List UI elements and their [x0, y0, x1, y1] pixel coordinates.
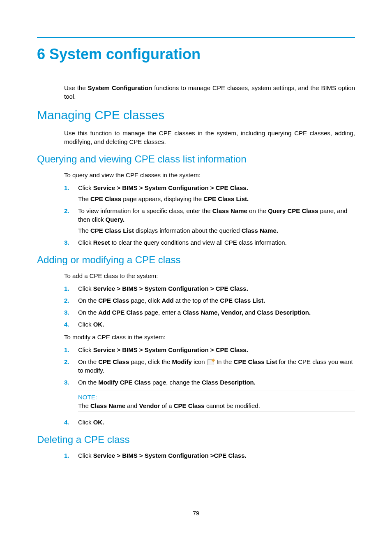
- list-item: 2. On the CPE Class page, click the Modi…: [64, 357, 355, 375]
- text: displays information about the queried: [134, 227, 242, 234]
- step-number: 1.: [64, 284, 78, 293]
- step-body: To view information for a specific class…: [78, 206, 355, 235]
- modify-icon: [208, 359, 214, 365]
- bold-text: Vendor: [139, 402, 160, 409]
- text: Click: [78, 419, 93, 426]
- bold-text: Service > BIMS > System Configuration > …: [93, 285, 248, 292]
- text: and: [125, 402, 139, 409]
- s3-lead1: To add a CPE class to the system:: [64, 271, 355, 280]
- text: icon: [192, 358, 207, 365]
- text: In the: [215, 358, 234, 365]
- list-item: 4. Click OK.: [64, 418, 355, 426]
- bold-text: Class Description.: [202, 379, 256, 386]
- list-item: 3. On the Add CPE Class page, enter a Cl…: [64, 308, 355, 317]
- list-item: 2. On the CPE Class page, click Add at t…: [64, 296, 355, 305]
- step-number: 3.: [64, 378, 78, 387]
- step-body: Click OK.: [78, 320, 355, 329]
- bold-text: Modify CPE Class: [98, 379, 151, 386]
- text: On the: [78, 297, 98, 304]
- step-number: 1.: [64, 345, 78, 354]
- step-number: 1.: [64, 451, 78, 460]
- intro-block: Use the System Configuration functions t…: [64, 83, 355, 101]
- bold-text: Class Name: [212, 207, 247, 214]
- step-number: 2.: [64, 206, 78, 215]
- step-body: Click OK.: [78, 418, 355, 426]
- s3-body: To add a CPE class to the system: 1. Cli…: [64, 271, 355, 426]
- s4-body: 1. Click Service > BIMS > System Configu…: [64, 451, 355, 460]
- s2-body: To query and view the CPE classes in the…: [64, 171, 355, 247]
- text: page, change the: [151, 379, 202, 386]
- subsection-querying: Querying and viewing CPE class list info…: [37, 153, 355, 165]
- list-item: 2. To view information for a specific cl…: [64, 206, 355, 235]
- note-text: The Class Name and Vendor of a CPE Class…: [78, 402, 355, 409]
- section-managing-cpe: Managing CPE classes: [37, 108, 355, 122]
- bold-text: Add CPE Class: [98, 309, 143, 316]
- bold-text: OK.: [93, 419, 104, 426]
- text: Click: [78, 321, 93, 328]
- bold-text: CPE Class List: [234, 358, 277, 365]
- text: of a: [160, 402, 173, 409]
- document-page: 6 System configuration Use the System Co…: [0, 0, 392, 533]
- bold-text: Service > BIMS > System Configuration > …: [93, 184, 248, 191]
- page-number: 79: [0, 510, 392, 517]
- step-body: Click Service > BIMS > System Configurat…: [78, 345, 355, 354]
- step-number: 3.: [64, 308, 78, 317]
- step-body: On the Add CPE Class page, enter a Class…: [78, 308, 355, 317]
- step-body: Click Service > BIMS > System Configurat…: [78, 284, 355, 293]
- text: cannot be modified.: [205, 402, 260, 409]
- text: On the: [78, 379, 98, 386]
- list-item: 1. Click Service > BIMS > System Configu…: [64, 284, 355, 293]
- s2-lead: To query and view the CPE classes in the…: [64, 171, 355, 179]
- s4-steps: 1. Click Service > BIMS > System Configu…: [64, 451, 355, 460]
- s3-add-steps: 1. Click Service > BIMS > System Configu…: [64, 284, 355, 329]
- bold-text: CPE Class: [98, 358, 129, 365]
- note-label: NOTE:: [78, 394, 355, 401]
- list-item: 1. Click Service > BIMS > System Configu…: [64, 345, 355, 354]
- bold-text: CPE Class List: [90, 227, 134, 234]
- text: page, enter a: [143, 309, 183, 316]
- top-rule: [37, 37, 355, 38]
- text: page, click the: [129, 358, 172, 365]
- intro-text: Use the System Configuration functions t…: [64, 83, 355, 101]
- subsection-adding: Adding or modifying a CPE class: [37, 254, 355, 266]
- list-item: 4. Click OK.: [64, 320, 355, 329]
- step-number: 1.: [64, 183, 78, 192]
- s2-steps: 1. Click Service > BIMS > System Configu…: [64, 183, 355, 247]
- bold-text: Service > BIMS > System Configuration > …: [93, 346, 248, 353]
- bold-text: CPE Class: [90, 195, 121, 202]
- text: to clear the query conditions and view a…: [110, 239, 287, 246]
- text: On the: [78, 358, 98, 365]
- step-number: 2.: [64, 357, 78, 366]
- step-body: Click Reset to clear the query condition…: [78, 238, 355, 247]
- bold-text: Query.: [106, 216, 125, 223]
- bold-text: Class Name, Vendor,: [182, 309, 243, 316]
- text: page appears, displaying the: [121, 195, 203, 202]
- bold-text: Service > BIMS > System Configuration >C…: [93, 452, 247, 459]
- text: Click: [78, 184, 93, 191]
- step-sub: The CPE Class page appears, displaying t…: [78, 195, 355, 203]
- chapter-title: 6 System configuration: [37, 46, 355, 63]
- bold-text: CPE Class: [174, 402, 205, 409]
- s3-lead2: To modify a CPE class in the system:: [64, 333, 355, 341]
- bold-text: System Configuration: [88, 84, 152, 91]
- step-body: Click Service > BIMS > System Configurat…: [78, 451, 355, 460]
- step-body: On the CPE Class page, click Add at the …: [78, 296, 355, 305]
- note-box: NOTE: The Class Name and Vendor of a CPE…: [78, 391, 355, 412]
- bold-text: OK.: [93, 321, 104, 328]
- text: The: [78, 227, 90, 234]
- bold-text: Class Description.: [257, 309, 311, 316]
- bold-text: CPE Class: [98, 297, 129, 304]
- s3-mod-steps: 1. Click Service > BIMS > System Configu…: [64, 345, 355, 387]
- text: On the: [78, 309, 98, 316]
- bold-text: Class Name.: [242, 227, 278, 234]
- step-number: 4.: [64, 418, 78, 426]
- step-body: Click Service > BIMS > System Configurat…: [78, 183, 355, 203]
- list-item: 1. Click Service > BIMS > System Configu…: [64, 183, 355, 203]
- text: The: [78, 195, 90, 202]
- list-item: 3. On the Modify CPE Class page, change …: [64, 378, 355, 387]
- subsection-deleting: Deleting a CPE class: [37, 434, 355, 445]
- step-body: On the CPE Class page, click the Modify …: [78, 357, 355, 375]
- s1-text: Use this function to manage the CPE clas…: [64, 129, 355, 146]
- text: Click: [78, 452, 93, 459]
- text: Use the: [64, 84, 88, 91]
